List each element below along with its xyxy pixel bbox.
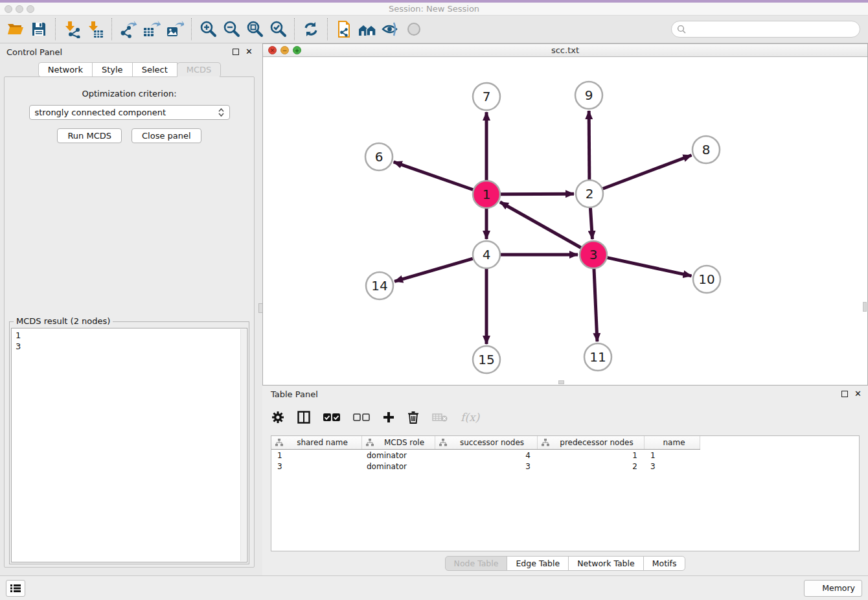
canvas-splitter-handle[interactable] (863, 302, 867, 312)
graph-edge-3-1[interactable] (500, 202, 581, 248)
open-session-button[interactable] (4, 17, 27, 41)
run-mcds-button[interactable]: Run MCDS (57, 128, 122, 143)
unchecked-boxes-icon (353, 413, 370, 422)
save-session-button[interactable] (27, 17, 51, 41)
memory-button[interactable]: Memory (804, 580, 862, 597)
cell-predecessor-nodes[interactable]: 1 (538, 451, 645, 460)
cell-successor-nodes[interactable]: 4 (435, 451, 538, 460)
close-panel-icon[interactable]: ✕ (854, 391, 862, 397)
graph-edge-4-14[interactable] (394, 259, 473, 281)
import-network-button[interactable] (60, 17, 84, 41)
tab-network[interactable]: Network (38, 62, 93, 77)
minimize-network-button[interactable]: − (280, 46, 289, 54)
toolbar-separator (191, 18, 192, 40)
tab-node-table[interactable]: Node Table (445, 556, 508, 571)
titlebar: Session: New Session (0, 3, 868, 16)
column-header-predecessor-nodes[interactable]: predecessor nodes (538, 436, 645, 449)
graph-node-label: 6 (375, 149, 383, 165)
search-field[interactable] (671, 21, 860, 38)
select-all-columns-button[interactable] (323, 413, 340, 422)
export-image-button[interactable] (163, 17, 187, 41)
search-input[interactable] (686, 25, 854, 34)
mcds-tab-content: Optimization criterion: strongly connect… (4, 76, 255, 568)
zoom-out-button[interactable] (220, 17, 243, 41)
graph-edge-2-8[interactable] (603, 155, 692, 189)
add-column-button[interactable] (383, 411, 394, 423)
clone-network-button[interactable] (332, 17, 356, 41)
delete-column-button[interactable] (407, 411, 419, 424)
memory-status-icon (811, 584, 818, 592)
result-scrollbar[interactable] (240, 329, 246, 561)
window-title: Session: New Session (0, 3, 868, 16)
cell-mcds-role[interactable]: dominator (362, 462, 435, 471)
first-neighbors-button[interactable] (356, 17, 379, 41)
close-network-button[interactable]: ✕ (268, 46, 277, 54)
import-table-button[interactable] (84, 17, 107, 41)
column-header-mcds-role[interactable]: MCDS role (362, 436, 435, 449)
cell-name[interactable]: 1 (645, 451, 700, 460)
export-table-button[interactable] (140, 17, 163, 41)
cell-shared-name[interactable]: 3 (271, 462, 362, 471)
close-panel-icon[interactable]: ✕ (246, 49, 253, 55)
table-row[interactable]: 3 dominator 3 2 3 (271, 461, 859, 472)
apply-layout-button[interactable] (299, 17, 323, 41)
zoom-selected-button[interactable] (266, 17, 290, 41)
network-canvas[interactable]: 1234678910111415 (263, 58, 867, 385)
table-options-button[interactable] (271, 411, 284, 424)
table-header-row: shared name MCDS role successor nodes pr… (271, 436, 700, 450)
network-window-titlebar: ✕ − + scc.txt (263, 44, 867, 57)
tab-mcds[interactable]: MCDS (177, 62, 222, 77)
tab-network-table[interactable]: Network Table (568, 556, 644, 571)
graph-edge-1-2[interactable] (501, 194, 574, 194)
export-table-icon (143, 20, 161, 38)
export-network-button[interactable] (117, 17, 140, 41)
select-stepper-icon (218, 108, 224, 117)
open-folder-icon (6, 20, 25, 38)
graph-edge-3-10[interactable] (607, 258, 691, 276)
tab-style[interactable]: Style (92, 62, 133, 77)
hide-selected-button[interactable] (379, 17, 402, 41)
canvas-splitter-handle[interactable] (558, 380, 564, 384)
float-panel-icon[interactable] (233, 49, 239, 55)
unselect-all-columns-button[interactable] (353, 413, 370, 422)
table-row[interactable]: 1 dominator 4 1 1 (271, 450, 859, 461)
tab-select[interactable]: Select (132, 62, 177, 77)
graph-edge-2-9[interactable] (589, 111, 589, 179)
graph-edge-2-3[interactable] (590, 208, 592, 239)
cell-mcds-role[interactable]: dominator (362, 451, 435, 460)
column-header-shared-name[interactable]: shared name (271, 436, 362, 449)
cell-successor-nodes[interactable]: 3 (435, 462, 538, 471)
close-panel-button[interactable]: Close panel (131, 128, 201, 143)
zoom-fit-button[interactable] (243, 17, 266, 41)
show-column-panel-button[interactable] (297, 411, 310, 424)
zoom-out-icon (222, 20, 240, 38)
graph-node-label: 7 (483, 89, 491, 104)
graph-node-label: 15 (478, 352, 494, 367)
toolbar-separator (55, 18, 56, 40)
graph-node-label: 4 (483, 247, 491, 262)
mcds-result-group: MCDS result (2 nodes) 1 3 (9, 321, 249, 564)
graph-edge-1-6[interactable] (394, 162, 474, 190)
eye-slash-icon (381, 20, 400, 38)
result-line: 3 (16, 341, 243, 352)
tab-motifs[interactable]: Motifs (643, 556, 686, 571)
network-graph[interactable]: 1234678910111415 (263, 58, 867, 386)
cell-predecessor-nodes[interactable]: 2 (538, 462, 645, 471)
graph-edge-3-11[interactable] (594, 269, 597, 341)
maximize-network-button[interactable]: + (293, 46, 301, 54)
task-history-button[interactable] (6, 580, 25, 597)
control-panel: Control Panel ✕ Network Style Select MCD… (0, 43, 259, 575)
refresh-icon (302, 20, 320, 38)
column-header-successor-nodes[interactable]: successor nodes (435, 436, 538, 449)
cell-name[interactable]: 3 (645, 462, 700, 471)
zoom-in-button[interactable] (196, 17, 220, 41)
criterion-select[interactable]: strongly connected component (29, 105, 230, 120)
delete-table-icon (432, 412, 448, 422)
column-header-name[interactable]: name (645, 436, 700, 449)
show-all-button-disabled[interactable] (402, 17, 426, 41)
cell-shared-name[interactable]: 1 (271, 451, 362, 460)
mcds-result-list[interactable]: 1 3 (11, 328, 247, 562)
tree-column-icon (439, 439, 447, 446)
float-panel-icon[interactable] (841, 391, 848, 397)
tab-edge-table[interactable]: Edge Table (507, 556, 569, 571)
